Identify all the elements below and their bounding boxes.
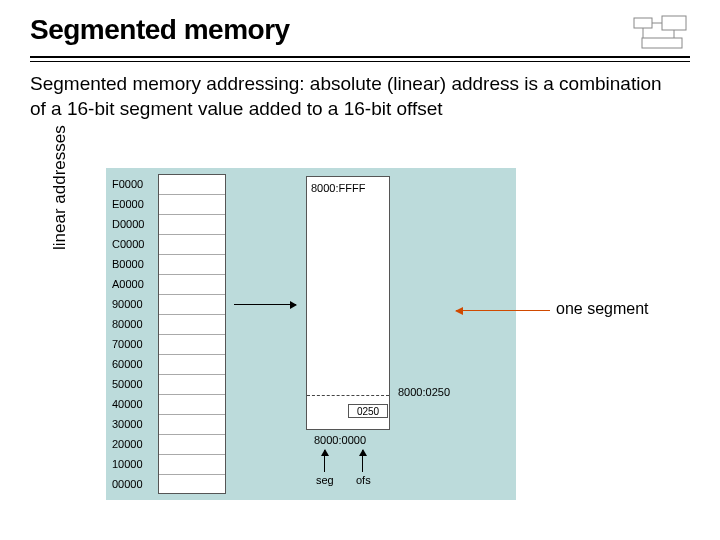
one-segment-arrow-icon xyxy=(456,310,550,311)
addr-label: 40000 xyxy=(112,394,144,414)
ofs-pointer-label: ofs xyxy=(356,474,371,486)
addr-label: 60000 xyxy=(112,354,144,374)
addr-label: E0000 xyxy=(112,194,144,214)
addr-label: 50000 xyxy=(112,374,144,394)
svg-rect-3 xyxy=(642,38,682,48)
offset-dashed-line xyxy=(307,395,389,396)
divider-thick xyxy=(30,56,690,58)
addr-label: A0000 xyxy=(112,274,144,294)
svg-rect-0 xyxy=(634,18,652,28)
addr-label: C0000 xyxy=(112,234,144,254)
arrow-up-icon xyxy=(324,450,325,472)
addr-label: D0000 xyxy=(112,214,144,234)
segment-column xyxy=(306,176,390,430)
addr-label: 00000 xyxy=(112,474,144,494)
page-title: Segmented memory xyxy=(30,14,720,46)
addr-label: 10000 xyxy=(112,454,144,474)
title-bar: Segmented memory xyxy=(0,0,720,54)
seg-pointer-label: seg xyxy=(316,474,334,486)
addr-label: 80000 xyxy=(112,314,144,334)
addr-label: 20000 xyxy=(112,434,144,454)
arrow-up-icon xyxy=(362,450,363,472)
offset-value-box: 0250 xyxy=(348,404,388,418)
computer-diagram-icon xyxy=(632,14,690,52)
offset-right-label: 8000:0250 xyxy=(398,386,450,398)
memory-figure: F0000 E0000 D0000 C0000 B0000 A0000 9000… xyxy=(106,168,516,500)
addr-label: B0000 xyxy=(112,254,144,274)
segment-top-label: 8000:FFFF xyxy=(311,182,365,194)
segment-bottom-label: 8000:0000 xyxy=(314,434,366,446)
slide: Segmented memory Segmented memory addres… xyxy=(0,0,720,540)
address-labels: F0000 E0000 D0000 C0000 B0000 A0000 9000… xyxy=(112,174,144,494)
addr-label: 70000 xyxy=(112,334,144,354)
svg-rect-1 xyxy=(662,16,686,30)
vertical-axis-label: linear addresses xyxy=(50,125,70,250)
addr-label: 30000 xyxy=(112,414,144,434)
segment-arrow-icon xyxy=(234,304,296,305)
addr-label: F0000 xyxy=(112,174,144,194)
description-text: Segmented memory addressing: absolute (l… xyxy=(0,62,720,121)
memory-column xyxy=(158,174,226,494)
one-segment-label: one segment xyxy=(556,300,649,318)
addr-label: 90000 xyxy=(112,294,144,314)
